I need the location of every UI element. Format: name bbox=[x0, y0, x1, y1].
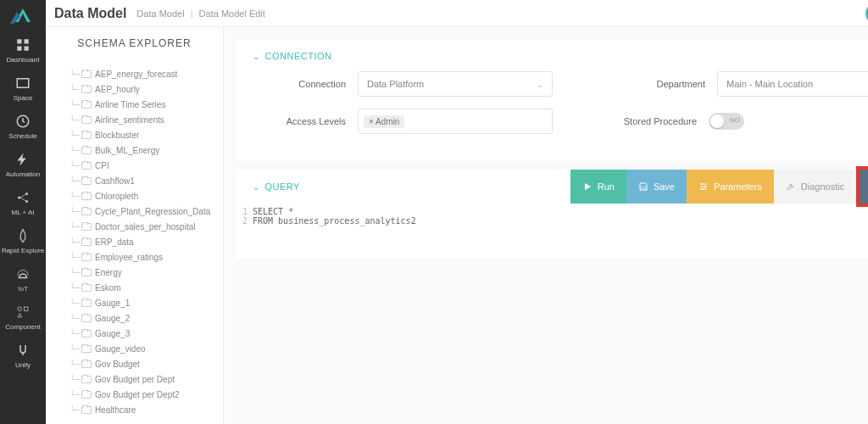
svg-marker-1 bbox=[10, 12, 20, 24]
svg-point-17 bbox=[701, 183, 703, 185]
editor-gutter: 1 2 bbox=[236, 207, 253, 226]
left-nav-rail: Dashboard Space Schedule Automation ML +… bbox=[0, 0, 46, 424]
nav-rapid-explore[interactable]: Rapid Explore bbox=[0, 221, 46, 259]
schema-node[interactable]: └─AEP_energy_forecast bbox=[70, 66, 223, 81]
schema-node[interactable]: └─Blockbuster bbox=[70, 127, 223, 142]
page-title: Data Model bbox=[54, 6, 126, 21]
stored-proc-label: Stored Procedure bbox=[587, 116, 697, 126]
svg-rect-5 bbox=[25, 47, 29, 51]
folder-icon bbox=[81, 284, 92, 292]
folder-icon bbox=[81, 70, 92, 78]
explorer-title: SCHEMA EXPLORER bbox=[46, 27, 223, 66]
query-panel: ⌄ QUERY Run Save bbox=[236, 170, 868, 259]
folder-icon bbox=[81, 330, 92, 338]
svg-rect-4 bbox=[17, 47, 21, 51]
schema-node[interactable]: └─Gov Budget per Dept2 bbox=[70, 387, 223, 402]
sql-editor[interactable]: 1 2 SELECT * FROM business_process_analy… bbox=[236, 204, 868, 259]
folder-icon bbox=[81, 391, 92, 399]
schema-node[interactable]: └─Bulk_ML_Energy bbox=[70, 142, 223, 158]
access-levels-input[interactable]: × Admin bbox=[358, 109, 553, 134]
svg-point-10 bbox=[18, 307, 22, 311]
crumb-leaf: Data Model Edit bbox=[199, 8, 265, 19]
folder-icon bbox=[81, 406, 92, 414]
folder-icon bbox=[81, 162, 92, 170]
parameters-button[interactable]: Parameters bbox=[687, 170, 774, 204]
folder-icon bbox=[81, 238, 92, 246]
nav-schedule[interactable]: Schedule bbox=[0, 107, 46, 145]
schema-node[interactable]: └─Chloropleth bbox=[70, 188, 223, 204]
nav-ml-ai[interactable]: ML + AI bbox=[0, 183, 46, 221]
schema-node[interactable]: └─Airline_sentiments bbox=[70, 112, 223, 127]
connection-panel: ⌄ CONNECTION Connection Data Platform ⌄ bbox=[236, 39, 868, 161]
chevron-down-icon: ⌄ bbox=[253, 182, 260, 192]
folder-icon bbox=[81, 208, 92, 215]
schema-node[interactable]: └─Cashflow1 bbox=[70, 173, 223, 188]
nav-unify[interactable]: Unify bbox=[0, 336, 46, 374]
content-area: ⌄ CONNECTION Connection Data Platform ⌄ bbox=[224, 27, 868, 424]
schema-node[interactable]: └─Cycle_Plant_Regression_Data bbox=[70, 204, 223, 219]
svg-marker-12 bbox=[18, 314, 22, 318]
query-header[interactable]: ⌄ QUERY bbox=[253, 181, 300, 192]
wrench-icon bbox=[786, 181, 796, 192]
department-select[interactable]: Main - Main Location ⌄ bbox=[717, 71, 868, 97]
chevron-down-icon: ⌄ bbox=[537, 80, 543, 89]
access-tag-admin[interactable]: × Admin bbox=[364, 115, 404, 128]
svg-rect-3 bbox=[25, 39, 29, 43]
nav-iot[interactable]: IoT bbox=[0, 259, 46, 298]
folder-icon bbox=[81, 360, 92, 368]
cache-highlight: Cache bbox=[856, 166, 868, 207]
nav-component[interactable]: Component bbox=[0, 298, 46, 336]
schema-node[interactable]: └─Energy bbox=[70, 265, 223, 280]
schema-node[interactable]: └─ERP_data bbox=[70, 234, 223, 249]
crumb-root[interactable]: Data Model bbox=[136, 8, 184, 19]
schema-node[interactable]: └─Gov Budget bbox=[70, 356, 223, 371]
schema-node[interactable]: └─Gauge_3 bbox=[70, 326, 223, 341]
diagnostic-button[interactable]: Diagnostic bbox=[774, 170, 856, 204]
folder-icon bbox=[81, 299, 92, 307]
stored-proc-toggle[interactable]: NO bbox=[709, 113, 744, 130]
schema-node[interactable]: └─Employee_ratings bbox=[70, 249, 223, 265]
top-bar: Data Model Data Model | Data Model Edit … bbox=[46, 0, 868, 27]
schema-node[interactable]: └─Gauge_1 bbox=[70, 295, 223, 310]
editor-code[interactable]: SELECT * FROM business_process_analytics… bbox=[253, 207, 416, 226]
folder-icon bbox=[81, 177, 92, 185]
schema-node[interactable]: └─Gauge_2 bbox=[70, 310, 223, 326]
folder-icon bbox=[81, 147, 92, 154]
sliders-icon bbox=[698, 181, 709, 192]
run-button[interactable]: Run bbox=[570, 170, 626, 204]
cache-button[interactable]: Cache bbox=[860, 170, 868, 204]
schema-explorer: SCHEMA EXPLORER └─AEP_energy_forecast└─A… bbox=[46, 27, 224, 424]
schema-node[interactable]: └─Eskom bbox=[70, 280, 223, 295]
schema-node[interactable]: └─Doctor_sales_per_hospital bbox=[70, 219, 223, 234]
svg-rect-16 bbox=[641, 187, 645, 190]
schema-node[interactable]: └─Gov Budget per Dept bbox=[70, 371, 223, 387]
connection-select[interactable]: Data Platform ⌄ bbox=[358, 71, 553, 97]
folder-icon bbox=[81, 86, 92, 93]
department-label: Department bbox=[612, 79, 705, 89]
play-icon bbox=[582, 181, 593, 192]
folder-icon bbox=[81, 223, 92, 231]
schema-node[interactable]: └─Gauge_video bbox=[70, 341, 223, 356]
folder-icon bbox=[81, 345, 92, 353]
connection-label: Connection bbox=[253, 79, 346, 89]
svg-point-8 bbox=[25, 192, 28, 195]
app-logo bbox=[10, 5, 36, 25]
schema-node[interactable]: └─CPI bbox=[70, 158, 223, 173]
breadcrumb: Data Model | Data Model Edit bbox=[136, 8, 265, 19]
chevron-down-icon: ⌄ bbox=[253, 52, 260, 61]
connection-header[interactable]: ⌄ CONNECTION bbox=[253, 51, 868, 61]
folder-icon bbox=[81, 254, 92, 261]
svg-point-9 bbox=[25, 200, 28, 203]
folder-icon bbox=[81, 101, 92, 109]
folder-icon bbox=[81, 131, 92, 139]
schema-tree[interactable]: └─AEP_energy_forecast└─AEP_hourly└─Airli… bbox=[46, 66, 223, 424]
nav-dashboard[interactable]: Dashboard bbox=[0, 31, 46, 69]
nav-automation[interactable]: Automation bbox=[0, 145, 46, 183]
schema-node[interactable]: └─Airline Time Series bbox=[70, 97, 223, 112]
save-button[interactable]: Save bbox=[626, 170, 687, 204]
nav-space[interactable]: Space bbox=[0, 69, 46, 107]
schema-node[interactable]: └─Healthcare bbox=[70, 402, 223, 417]
schema-node[interactable]: └─AEP_hourly bbox=[70, 81, 223, 97]
svg-point-19 bbox=[702, 188, 704, 190]
folder-icon bbox=[81, 315, 92, 322]
